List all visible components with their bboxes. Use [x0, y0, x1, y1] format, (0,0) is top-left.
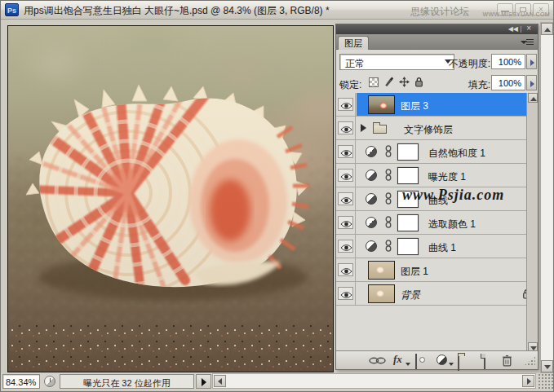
scroll-up-button[interactable] — [528, 93, 538, 103]
psjia-watermark: www.Psjia.com — [402, 187, 504, 204]
visibility-toggle[interactable] — [336, 187, 356, 210]
layer-row-vibrance[interactable]: 自然饱和度 1 — [336, 140, 526, 164]
spinner-arrow-icon — [530, 81, 534, 87]
opacity-label: 不透明度: — [440, 57, 490, 71]
layer-name[interactable]: 背景 — [401, 288, 420, 302]
scroll-right-button[interactable] — [522, 375, 534, 387]
delete-layer-button[interactable] — [502, 355, 512, 367]
new-layer-button[interactable] — [484, 354, 485, 369]
panel-bottom-bar: fx — [336, 350, 538, 369]
blend-mode-select[interactable]: 正常 — [339, 54, 454, 70]
layer-row-background[interactable]: 背景 — [336, 282, 526, 306]
layer-row-layer1[interactable]: 图层 1 — [336, 258, 526, 282]
canvas-image[interactable] — [7, 25, 334, 372]
collapse-panel-icon[interactable]: ◀◀ — [508, 24, 518, 34]
layer-mask-thumbnail[interactable] — [397, 214, 419, 231]
eye-cell — [338, 263, 353, 276]
arrow-down-icon — [544, 365, 551, 369]
eye-cell — [338, 121, 353, 134]
layer-thumbnail[interactable] — [368, 284, 395, 303]
visibility-toggle[interactable] — [336, 258, 356, 281]
layer-row-text-group[interactable]: 文字修饰层 — [336, 117, 526, 140]
layer-row-exposure[interactable]: 曝光度 1 — [336, 164, 526, 187]
layer-name[interactable]: 曲线 1 — [428, 241, 456, 255]
layer-name[interactable]: 曝光度 1 — [428, 170, 466, 184]
tab-layers[interactable]: 图层 — [338, 36, 369, 50]
fill-slider-button[interactable] — [526, 75, 537, 90]
layer-mask-thumbnail[interactable] — [397, 167, 419, 184]
horizontal-scrollbar[interactable] — [212, 373, 536, 389]
visibility-toggle[interactable] — [336, 211, 356, 234]
layer-mask-thumbnail[interactable] — [397, 238, 419, 255]
lock-pixels-brush-icon[interactable] — [383, 77, 394, 87]
layer-thumbnail[interactable] — [368, 261, 395, 280]
eye-icon — [340, 173, 352, 181]
arrow-up-icon — [530, 97, 537, 101]
add-layer-mask-button[interactable] — [415, 354, 417, 369]
eye-cell — [338, 169, 353, 182]
scroll-down-button[interactable] — [541, 360, 553, 372]
eye-icon — [340, 291, 352, 299]
title-bar[interactable]: Ps 用ps调出饱合写意生日独白 大眼仔~旭.psd @ 84.3% (图层 3… — [1, 1, 554, 20]
vertical-scrollbar[interactable] — [540, 22, 554, 373]
layer-row-selective-color[interactable]: 选取颜色 1 — [336, 211, 526, 235]
adjustment-layer-icon — [366, 170, 377, 181]
layer-controls: 正常 不透明度: 100% 锁定: 填充: 100% — [336, 50, 538, 93]
scroll-up-button[interactable] — [541, 23, 553, 35]
visibility-toggle[interactable] — [336, 282, 356, 305]
group-folder-icon — [373, 125, 387, 134]
adjustment-layer-icon — [366, 193, 377, 205]
layer-list: 图层 3 文字修饰层 — [336, 93, 538, 352]
zoom-level-input[interactable]: 84.34% — [2, 374, 40, 389]
new-group-button[interactable] — [458, 355, 459, 371]
link-layers-button[interactable] — [369, 357, 386, 364]
window-resize-grip[interactable] — [538, 373, 554, 389]
visibility-toggle[interactable] — [336, 140, 356, 163]
panel-resize-grip[interactable] — [524, 356, 535, 366]
fill-input[interactable]: 100% — [491, 75, 525, 90]
panel-menu-icon[interactable] — [521, 38, 534, 46]
layer-name[interactable]: 选取颜色 1 — [428, 218, 476, 231]
layer-name[interactable]: 图层 1 — [401, 265, 428, 279]
layer-thumbnail[interactable] — [368, 95, 395, 114]
adjustment-layer-icon — [366, 217, 377, 228]
status-info-icon[interactable] — [44, 376, 55, 387]
visibility-toggle[interactable] — [336, 164, 356, 187]
close-panel-icon[interactable]: × — [526, 24, 531, 33]
blend-mode-value: 正常 — [345, 57, 365, 71]
scroll-left-button[interactable] — [214, 375, 226, 387]
opacity-slider-button[interactable] — [526, 54, 537, 69]
visibility-toggle[interactable] — [336, 93, 356, 116]
arrow-right-icon — [202, 378, 206, 386]
eye-cell — [338, 240, 353, 253]
visibility-toggle[interactable] — [336, 235, 356, 258]
opacity-input[interactable]: 100% — [491, 54, 525, 69]
layer-name[interactable]: 图层 3 — [401, 99, 428, 113]
adjustment-layer-icon — [366, 240, 377, 252]
eye-icon — [340, 126, 352, 134]
layer-name[interactable]: 自然饱和度 1 — [428, 147, 485, 161]
eye-cell — [338, 98, 353, 111]
visibility-toggle[interactable] — [336, 117, 356, 139]
layer-mask-thumbnail[interactable] — [397, 143, 419, 161]
panel-title-strip[interactable]: ◀◀ × — [336, 24, 538, 34]
layer-style-button[interactable]: fx — [393, 354, 402, 365]
eye-icon — [340, 220, 352, 228]
panel-tab-bar: 图层 — [336, 34, 538, 50]
layer-row-curves1[interactable]: 曲线 1 — [336, 235, 526, 258]
photoshop-app-icon: Ps — [5, 3, 19, 16]
lock-all-icon[interactable] — [414, 77, 423, 87]
panel-strip-divider — [521, 26, 521, 33]
status-message: 曝光只在 32 位起作用 — [60, 374, 194, 389]
layer-list-scrollbar[interactable] — [526, 93, 538, 352]
lock-transparency-icon[interactable] — [369, 77, 379, 87]
fx-menu-arrow-icon — [406, 363, 410, 366]
lock-position-move-icon[interactable] — [399, 77, 410, 87]
new-adjustment-layer-button[interactable] — [437, 355, 447, 365]
expand-group-icon[interactable] — [361, 124, 366, 132]
mask-link-icon — [385, 240, 392, 252]
eye-icon — [340, 196, 352, 205]
layer-row-layer3[interactable]: 图层 3 — [336, 93, 526, 117]
status-menu-button[interactable] — [196, 374, 211, 389]
layer-name[interactable]: 文字修饰层 — [404, 123, 453, 137]
